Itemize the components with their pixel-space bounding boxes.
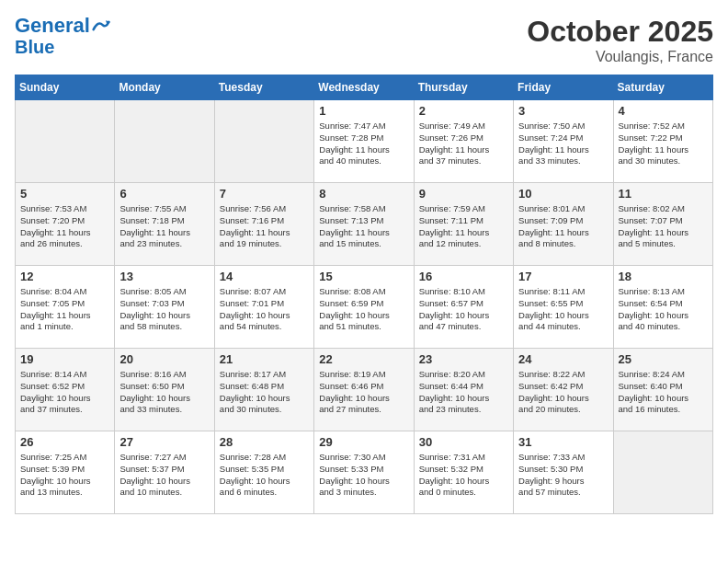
logo-text: General	[15, 15, 90, 37]
calendar-cell: 28Sunrise: 7:28 AM Sunset: 5:35 PM Dayli…	[214, 431, 313, 514]
calendar-cell: 5Sunrise: 7:53 AM Sunset: 7:20 PM Daylig…	[16, 183, 115, 266]
calendar-cell: 27Sunrise: 7:27 AM Sunset: 5:37 PM Dayli…	[115, 431, 214, 514]
day-info: Sunrise: 8:14 AM Sunset: 6:52 PM Dayligh…	[20, 369, 109, 416]
day-info: Sunrise: 8:22 AM Sunset: 6:42 PM Dayligh…	[518, 369, 608, 416]
day-number: 27	[119, 435, 209, 449]
calendar-cell: 9Sunrise: 7:59 AM Sunset: 7:11 PM Daylig…	[414, 183, 513, 266]
calendar-cell: 24Sunrise: 8:22 AM Sunset: 6:42 PM Dayli…	[514, 349, 613, 431]
calendar-cell: 26Sunrise: 7:25 AM Sunset: 5:39 PM Dayli…	[16, 431, 115, 514]
location: Voulangis, France	[527, 49, 713, 65]
day-number: 18	[619, 270, 708, 283]
calendar-cell: 21Sunrise: 8:17 AM Sunset: 6:48 PM Dayli…	[214, 349, 313, 431]
day-info: Sunrise: 8:20 AM Sunset: 6:44 PM Dayligh…	[419, 369, 508, 416]
day-number: 4	[619, 104, 708, 118]
calendar-cell: 7Sunrise: 7:56 AM Sunset: 7:16 PM Daylig…	[214, 183, 313, 266]
day-info: Sunrise: 7:59 AM Sunset: 7:11 PM Dayligh…	[419, 203, 508, 250]
day-number: 7	[220, 187, 309, 201]
weekday-header: Wednesday	[314, 75, 414, 100]
day-info: Sunrise: 8:01 AM Sunset: 7:09 PM Dayligh…	[518, 203, 608, 250]
calendar-cell: 4Sunrise: 7:52 AM Sunset: 7:22 PM Daylig…	[613, 100, 712, 183]
title-block: October 2025 Voulangis, France	[527, 15, 713, 65]
day-number: 1	[319, 104, 408, 118]
day-number: 11	[619, 187, 708, 201]
calendar-cell: 25Sunrise: 8:24 AM Sunset: 6:40 PM Dayli…	[613, 349, 712, 431]
calendar-week-row: 26Sunrise: 7:25 AM Sunset: 5:39 PM Dayli…	[16, 431, 713, 514]
calendar-cell: 10Sunrise: 8:01 AM Sunset: 7:09 PM Dayli…	[514, 183, 613, 266]
day-number: 26	[20, 435, 109, 449]
day-number: 10	[518, 187, 608, 201]
weekday-header: Sunday	[16, 75, 115, 100]
page-header: General Blue October 2025 Voulangis, Fra…	[15, 15, 713, 65]
calendar-cell: 14Sunrise: 8:07 AM Sunset: 7:01 PM Dayli…	[214, 266, 313, 349]
day-number: 8	[319, 187, 408, 201]
calendar-header-row: SundayMondayTuesdayWednesdayThursdayFrid…	[16, 75, 713, 100]
day-number: 19	[20, 352, 109, 366]
calendar-cell	[115, 100, 214, 183]
day-number: 15	[319, 270, 408, 283]
day-number: 22	[319, 352, 408, 366]
calendar-cell: 12Sunrise: 8:04 AM Sunset: 7:05 PM Dayli…	[16, 266, 115, 349]
day-info: Sunrise: 7:31 AM Sunset: 5:32 PM Dayligh…	[419, 452, 508, 499]
month-title: October 2025	[527, 15, 713, 49]
day-info: Sunrise: 8:19 AM Sunset: 6:46 PM Dayligh…	[319, 369, 408, 416]
day-number: 5	[20, 187, 109, 201]
calendar-cell: 19Sunrise: 8:14 AM Sunset: 6:52 PM Dayli…	[16, 349, 115, 431]
calendar-cell: 17Sunrise: 8:11 AM Sunset: 6:55 PM Dayli…	[514, 266, 613, 349]
calendar-cell: 16Sunrise: 8:10 AM Sunset: 6:57 PM Dayli…	[414, 266, 513, 349]
calendar-cell	[214, 100, 313, 183]
day-number: 30	[419, 435, 508, 449]
day-number: 29	[319, 435, 408, 449]
calendar-cell: 8Sunrise: 7:58 AM Sunset: 7:13 PM Daylig…	[314, 183, 414, 266]
day-number: 25	[619, 352, 708, 366]
day-number: 28	[220, 435, 309, 449]
day-number: 12	[20, 270, 109, 283]
day-info: Sunrise: 7:55 AM Sunset: 7:18 PM Dayligh…	[119, 203, 209, 250]
day-info: Sunrise: 7:58 AM Sunset: 7:13 PM Dayligh…	[319, 203, 408, 250]
calendar-week-row: 12Sunrise: 8:04 AM Sunset: 7:05 PM Dayli…	[16, 266, 713, 349]
day-info: Sunrise: 7:30 AM Sunset: 5:33 PM Dayligh…	[319, 452, 408, 499]
calendar-cell: 6Sunrise: 7:55 AM Sunset: 7:18 PM Daylig…	[115, 183, 214, 266]
calendar-cell	[16, 100, 115, 183]
calendar-cell: 1Sunrise: 7:47 AM Sunset: 7:28 PM Daylig…	[314, 100, 414, 183]
day-info: Sunrise: 8:10 AM Sunset: 6:57 PM Dayligh…	[419, 286, 508, 333]
calendar-cell: 3Sunrise: 7:50 AM Sunset: 7:24 PM Daylig…	[514, 100, 613, 183]
day-info: Sunrise: 8:11 AM Sunset: 6:55 PM Dayligh…	[518, 286, 608, 333]
day-info: Sunrise: 8:16 AM Sunset: 6:50 PM Dayligh…	[119, 369, 209, 416]
weekday-header: Tuesday	[214, 75, 313, 100]
day-info: Sunrise: 8:13 AM Sunset: 6:54 PM Dayligh…	[619, 286, 708, 333]
day-number: 13	[119, 270, 209, 283]
day-info: Sunrise: 8:08 AM Sunset: 6:59 PM Dayligh…	[319, 286, 408, 333]
day-info: Sunrise: 8:02 AM Sunset: 7:07 PM Dayligh…	[619, 203, 708, 250]
calendar-week-row: 1Sunrise: 7:47 AM Sunset: 7:28 PM Daylig…	[16, 100, 713, 183]
day-info: Sunrise: 7:28 AM Sunset: 5:35 PM Dayligh…	[220, 452, 309, 499]
calendar-cell: 18Sunrise: 8:13 AM Sunset: 6:54 PM Dayli…	[613, 266, 712, 349]
calendar-week-row: 5Sunrise: 7:53 AM Sunset: 7:20 PM Daylig…	[16, 183, 713, 266]
calendar-cell: 30Sunrise: 7:31 AM Sunset: 5:32 PM Dayli…	[414, 431, 513, 514]
calendar-cell: 15Sunrise: 8:08 AM Sunset: 6:59 PM Dayli…	[314, 266, 414, 349]
logo-blue: Blue	[15, 37, 54, 57]
day-info: Sunrise: 7:33 AM Sunset: 5:30 PM Dayligh…	[518, 452, 608, 499]
calendar-cell: 23Sunrise: 8:20 AM Sunset: 6:44 PM Dayli…	[414, 349, 513, 431]
day-info: Sunrise: 8:05 AM Sunset: 7:03 PM Dayligh…	[119, 286, 209, 333]
logo-icon	[92, 17, 110, 35]
day-number: 31	[518, 435, 608, 449]
calendar-cell: 2Sunrise: 7:49 AM Sunset: 7:26 PM Daylig…	[414, 100, 513, 183]
calendar-week-row: 19Sunrise: 8:14 AM Sunset: 6:52 PM Dayli…	[16, 349, 713, 431]
weekday-header: Saturday	[613, 75, 712, 100]
day-number: 17	[518, 270, 608, 283]
calendar-table: SundayMondayTuesdayWednesdayThursdayFrid…	[15, 75, 713, 514]
day-info: Sunrise: 7:49 AM Sunset: 7:26 PM Dayligh…	[419, 121, 508, 167]
day-number: 14	[220, 270, 309, 283]
weekday-header: Monday	[115, 75, 214, 100]
day-number: 9	[419, 187, 508, 201]
day-info: Sunrise: 7:47 AM Sunset: 7:28 PM Dayligh…	[319, 121, 408, 167]
calendar-cell: 20Sunrise: 8:16 AM Sunset: 6:50 PM Dayli…	[115, 349, 214, 431]
calendar-body: 1Sunrise: 7:47 AM Sunset: 7:28 PM Daylig…	[16, 100, 713, 514]
day-info: Sunrise: 7:53 AM Sunset: 7:20 PM Dayligh…	[20, 203, 109, 250]
day-info: Sunrise: 7:27 AM Sunset: 5:37 PM Dayligh…	[119, 452, 209, 499]
day-info: Sunrise: 7:52 AM Sunset: 7:22 PM Dayligh…	[619, 121, 708, 167]
day-number: 2	[419, 104, 508, 118]
calendar-cell	[613, 431, 712, 514]
calendar-cell: 29Sunrise: 7:30 AM Sunset: 5:33 PM Dayli…	[314, 431, 414, 514]
calendar-cell: 31Sunrise: 7:33 AM Sunset: 5:30 PM Dayli…	[514, 431, 613, 514]
